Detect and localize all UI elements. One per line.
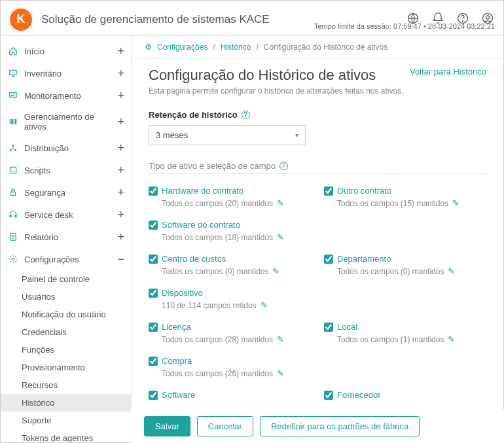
sidebar-item-label: Segurança [24,188,65,198]
sidebar-item-configuracoes[interactable]: Configurações − [1,248,131,270]
asset-fields-kept: Todos os campos (20) mantidos [162,199,273,208]
asset-checkbox[interactable] [149,357,158,366]
barcode-icon [9,117,19,126]
pencil-icon[interactable]: ✎ [277,334,284,344]
svg-rect-5 [10,70,17,75]
asset-checkbox[interactable] [149,289,158,298]
subnav-funcoes[interactable]: Funções [19,341,131,359]
breadcrumb-current: Configuração do Histórico de ativos [264,43,387,52]
pencil-icon[interactable]: ✎ [448,334,455,344]
sidebar-item-ativos[interactable]: Gerenciamento de ativos + [1,107,131,137]
asset-checkbox[interactable] [149,323,158,332]
pencil-icon[interactable]: ✎ [452,198,459,208]
subnav-historico[interactable]: Histórico [1,394,131,412]
asset-centro-custos: Centro de custos Todos os campos (0) man… [149,254,311,276]
asset-label[interactable]: Software [162,390,195,400]
subnav-credenciais[interactable]: Credenciais [19,323,131,341]
subnav-painel[interactable]: Painel de controle [19,270,131,288]
footer-actions: Salvar Cancelar Redefinir para os padrõe… [131,409,504,443]
pencil-icon[interactable]: ✎ [272,266,279,276]
subnav-usuarios[interactable]: Usuários [19,288,131,306]
chart-icon [9,91,19,100]
expand-icon: + [117,186,124,198]
asset-checkbox[interactable] [324,186,333,196]
asset-licenca: Licença Todos os campos (28) mantidos ✎ [149,322,311,344]
help-icon[interactable]: ? [242,111,250,119]
breadcrumb-configuracoes[interactable]: Configurações [157,43,207,52]
sidebar-item-label: Monitoramento [24,91,81,101]
back-to-history-link[interactable]: Voltar para Histórico [410,67,486,77]
svg-point-2 [463,21,463,22]
asset-checkbox[interactable] [149,186,158,196]
sidebar-item-monitoramento[interactable]: Monitoramento + [1,84,131,107]
main-content: ⚙ Configurações / Histórico / Configuraç… [132,36,503,442]
subnav-recursos[interactable]: Recursos [19,376,131,394]
subnav-provisionamento[interactable]: Provisionamento [19,359,131,376]
asset-label[interactable]: Software do contrato [162,220,240,230]
gear-icon [9,255,19,264]
distribution-icon [9,143,19,152]
sidebar-item-servicedesk[interactable]: Service desk + [1,204,131,226]
sidebar-item-inventario[interactable]: Inventário + [1,62,131,84]
sidebar-item-scripts[interactable]: Scripts + [1,159,131,181]
save-button[interactable]: Salvar [144,416,190,436]
asset-checkbox[interactable] [149,221,158,230]
pencil-icon[interactable]: ✎ [261,300,268,310]
monitor-icon [9,69,19,78]
script-icon [9,166,19,175]
asset-outro-contrato: Outro contrato Todos os campos (15) mant… [324,186,486,208]
svg-rect-13 [15,215,16,218]
asset-label[interactable]: Compra [162,356,192,366]
asset-label[interactable]: Outro contrato [337,186,391,196]
subnav-suporte[interactable]: Suporte [19,412,131,429]
asset-label[interactable]: Hardware do contrato [162,186,243,196]
sidebar-item-inicio[interactable]: Início + [1,40,131,62]
sidebar-item-label: Início [24,46,45,56]
sidebar-item-relatorio[interactable]: Relatório + [1,226,131,248]
sidebar-item-label: Inventário [24,69,62,79]
page-description: Esta página permite configurar o históri… [149,86,404,96]
help-icon[interactable]: ? [279,162,288,170]
cancel-button[interactable]: Cancelar [197,416,253,436]
reset-defaults-button[interactable]: Redefinir para os padrões de fábrica [260,416,420,436]
expand-icon: + [117,231,124,243]
asset-label[interactable]: Departamento [337,254,391,264]
asset-label[interactable]: Fornecedor [337,390,380,400]
asset-checkbox[interactable] [149,255,158,264]
collapse-icon: − [117,253,124,265]
asset-fields-kept: Todos os campos (15) mantidos [337,199,448,208]
asset-label[interactable]: Centro de custos [162,254,226,264]
asset-compra: Compra Todos os campos (26) mantidos ✎ [149,356,311,378]
asset-departamento: Departamento Todos os campos (0) mantido… [324,254,486,276]
sidebar: Início + Inventário + Monitoramento + Ge… [1,36,132,442]
retention-select[interactable]: 3 meses ▾ [149,125,306,145]
sidebar-item-label: Relatório [24,232,58,242]
asset-checkbox[interactable] [324,255,333,264]
asset-checkbox[interactable] [324,391,333,400]
asset-label[interactable]: Dispositivo [162,288,203,298]
sidebar-item-seguranca[interactable]: Segurança + [1,181,131,204]
asset-type-section-label: Tipo de ativo e seleção de campo ? [149,161,486,174]
subnav-tokens[interactable]: Tokens de agentes [19,429,131,442]
subnav-notificacao[interactable]: Notificação do usuário [19,306,131,323]
retention-label: Retenção de histórico ? [149,110,486,120]
app-header: K Solução de gerenciamento de sistemas K… [1,1,503,36]
asset-software-contrato: Software do contrato Todos os campos (18… [149,220,311,242]
lock-icon [9,188,19,197]
asset-fields-kept: Todos os campos (0) mantidos [337,267,444,276]
pencil-icon[interactable]: ✎ [277,232,284,242]
asset-label[interactable]: Local [337,322,357,332]
expand-icon: + [117,45,124,57]
asset-fields-kept: Todos os campos (26) mantidos [162,369,273,378]
sidebar-item-distribuicao[interactable]: Distribuição + [1,137,131,159]
pencil-icon[interactable]: ✎ [448,266,455,276]
asset-checkbox[interactable] [324,323,333,332]
pencil-icon[interactable]: ✎ [277,198,284,208]
svg-point-15 [12,258,14,260]
pencil-icon[interactable]: ✎ [277,368,284,378]
asset-checkbox[interactable] [149,391,158,400]
breadcrumb-historico[interactable]: Histórico [221,43,251,52]
svg-rect-11 [11,192,16,195]
expand-icon: + [117,90,124,101]
asset-label[interactable]: Licença [162,322,191,332]
